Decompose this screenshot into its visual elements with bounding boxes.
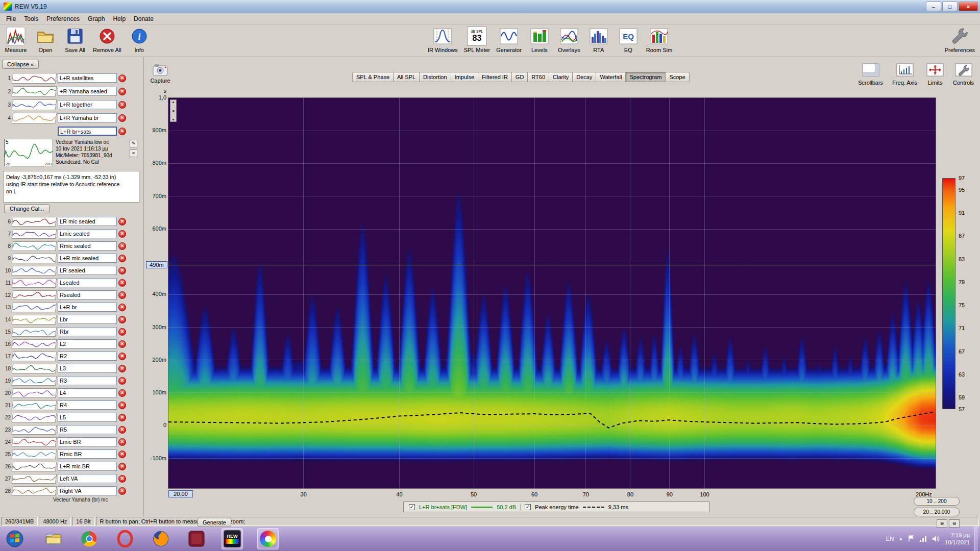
taskbar-icon-firefox[interactable]: [150, 528, 172, 549]
measurement-row-26[interactable]: 26L+R mic BR✕: [2, 460, 143, 472]
measurement-name-field[interactable]: L+R mic sealed: [58, 254, 117, 263]
measurement-thumbnail[interactable]: [12, 99, 57, 110]
toolbar-button-measure[interactable]: Measure: [3, 26, 29, 54]
measurement-thumbnail[interactable]: [12, 217, 57, 227]
delete-measurement-button[interactable]: ✕: [118, 114, 126, 122]
peak-energy-checkbox[interactable]: ✓: [525, 504, 531, 510]
delete-measurement-button[interactable]: ✕: [118, 88, 126, 95]
measurement-row-20[interactable]: 20L4✕: [2, 387, 143, 399]
measurement-name-field[interactable]: Lmic BR: [58, 437, 117, 446]
edit-notes-icon[interactable]: ✎: [130, 140, 137, 147]
collapse-sidebar-button[interactable]: Collapse «: [2, 60, 39, 69]
measurement-name-field[interactable]: LR mic sealed: [58, 217, 117, 226]
delete-measurement-button[interactable]: ✕: [118, 340, 126, 348]
title-bar[interactable]: REW V5,19 – □ ×: [0, 0, 980, 13]
menu-file[interactable]: File: [2, 14, 20, 23]
close-button[interactable]: ×: [959, 2, 978, 11]
delete-measurement-button[interactable]: ✕: [118, 365, 126, 372]
measurement-thumbnail[interactable]: [12, 315, 57, 324]
measurement-row-4[interactable]: 4L+R Yamaha br✕: [2, 111, 143, 124]
delete-measurement-button[interactable]: ✕: [118, 487, 126, 495]
change-cal-button[interactable]: Change Cal...: [4, 204, 50, 213]
delete-measurement-button[interactable]: ✕: [118, 74, 126, 82]
menu-help[interactable]: Help: [109, 14, 130, 23]
tab-all-spl[interactable]: All SPL: [394, 72, 420, 82]
trace-visible-checkbox[interactable]: ✓: [409, 504, 415, 510]
tab-gd[interactable]: GD: [512, 72, 528, 82]
toolbar-button-overlays[interactable]: Overlays: [556, 26, 582, 54]
measurement-row-15[interactable]: 15Rbr✕: [2, 325, 143, 338]
taskbar-icon-explorer[interactable]: [43, 528, 64, 549]
measurement-thumbnail[interactable]: [12, 449, 57, 459]
measurement-row-7[interactable]: 7Lmic sealed✕: [2, 228, 143, 240]
taskbar-icon-chrome[interactable]: [79, 528, 100, 549]
tab-decay[interactable]: Decay: [573, 72, 596, 82]
taskbar-icon-app-dark-red[interactable]: [186, 528, 207, 549]
measurement-row-22[interactable]: 22L5✕: [2, 411, 143, 423]
measurement-thumbnail[interactable]: [12, 425, 57, 435]
scrollbars-button[interactable]: Scrollbars: [858, 63, 883, 86]
measurement-thumbnail[interactable]: [12, 266, 57, 276]
measurement-name-field[interactable]: L5: [58, 413, 117, 422]
delete-measurement-button[interactable]: ✕: [118, 101, 126, 109]
taskbar-icon-opera[interactable]: [114, 528, 136, 549]
measurement-row-selected[interactable]: L+R br+sats ✕: [2, 124, 143, 138]
capture-button[interactable]: Capture: [148, 63, 173, 84]
volume-icon[interactable]: [932, 535, 940, 542]
measurement-row-19[interactable]: 19R3✕: [2, 374, 143, 387]
measurement-name-field[interactable]: R5: [58, 425, 117, 434]
measurement-row-21[interactable]: 21R4✕: [2, 399, 143, 411]
measurement-thumbnail[interactable]: [12, 73, 57, 84]
menu-preferences[interactable]: Preferences: [42, 14, 84, 23]
delete-measurement-button[interactable]: ✕: [118, 414, 126, 421]
measurement-row-17[interactable]: 17R2✕: [2, 350, 143, 362]
measurement-name-field[interactable]: Rmic sealed: [58, 241, 117, 251]
measurement-thumbnail[interactable]: [12, 462, 57, 471]
delete-measurement-button[interactable]: ✕: [118, 475, 126, 483]
plot-vertical-scrollbar[interactable]: ▲■▼: [170, 99, 177, 122]
menu-graph[interactable]: Graph: [84, 14, 109, 23]
delete-measurement-button[interactable]: ✕: [118, 267, 126, 274]
measurement-thumbnail[interactable]: [12, 413, 57, 422]
delete-measurement-button[interactable]: ✕: [118, 230, 126, 238]
menu-tools[interactable]: Tools: [20, 14, 42, 23]
measurement-thumbnail[interactable]: [12, 254, 57, 263]
maximize-button[interactable]: □: [942, 2, 958, 11]
menu-donate[interactable]: Donate: [130, 14, 158, 23]
zoom-out-icon[interactable]: ⊖: [949, 519, 960, 528]
tab-scope[interactable]: Scope: [666, 72, 689, 82]
measurement-thumbnail[interactable]: [12, 229, 57, 239]
tray-expand-icon[interactable]: ▲: [898, 536, 903, 541]
measurement-row-2[interactable]: 2+R Yamaha sealed✕: [2, 85, 143, 98]
toolbar-button-room-sim[interactable]: Room Sim: [645, 26, 673, 54]
measurement-row-18[interactable]: 18L3✕: [2, 362, 143, 374]
measurement-row-6[interactable]: 6LR mic sealed✕: [2, 215, 143, 228]
measurement-thumbnail[interactable]: [12, 327, 57, 337]
measurement-name-field[interactable]: +R Yamaha sealed: [58, 87, 117, 96]
flag-icon[interactable]: [908, 535, 915, 542]
measurement-thumbnail[interactable]: [12, 352, 57, 361]
measurement-row-28[interactable]: 28Right VA✕: [2, 485, 143, 497]
toolbar-button-rta[interactable]: RTA: [586, 26, 611, 54]
trace-options-icon[interactable]: ≡: [130, 149, 137, 157]
measurement-thumbnail[interactable]: [12, 339, 57, 349]
spectrogram-canvas[interactable]: [168, 98, 936, 488]
toolbar-button-ir-windows[interactable]: IR Windows: [427, 26, 459, 54]
measurement-name-field[interactable]: L+R satellites: [58, 73, 117, 83]
measurement-name-field[interactable]: L3: [58, 364, 117, 373]
tab-spectrogram[interactable]: Spectrogram: [626, 72, 666, 82]
freq-axis-button[interactable]: Freq. Axis: [892, 63, 917, 86]
minimize-button[interactable]: –: [926, 2, 941, 11]
measurement-name-field[interactable]: L+R Yamaha br: [58, 113, 117, 122]
taskbar-clock[interactable]: 7:19 μμ 10/1/2021: [945, 532, 970, 546]
measurement-name-field[interactable]: L2: [58, 339, 117, 348]
measurement-thumbnail[interactable]: [12, 241, 57, 251]
delete-measurement-button[interactable]: ✕: [118, 291, 126, 299]
measurement-thumbnail[interactable]: [12, 113, 57, 123]
toolbar-button-eq[interactable]: EQEQ: [616, 26, 641, 54]
tab-impulse[interactable]: Impulse: [451, 72, 479, 82]
delete-measurement-button[interactable]: ✕: [118, 279, 126, 287]
measurement-name-field[interactable]: L+R mic BR: [58, 462, 117, 471]
toolbar-button-open[interactable]: Open: [33, 26, 58, 54]
toolbar-button-info[interactable]: iInfo: [127, 26, 152, 54]
